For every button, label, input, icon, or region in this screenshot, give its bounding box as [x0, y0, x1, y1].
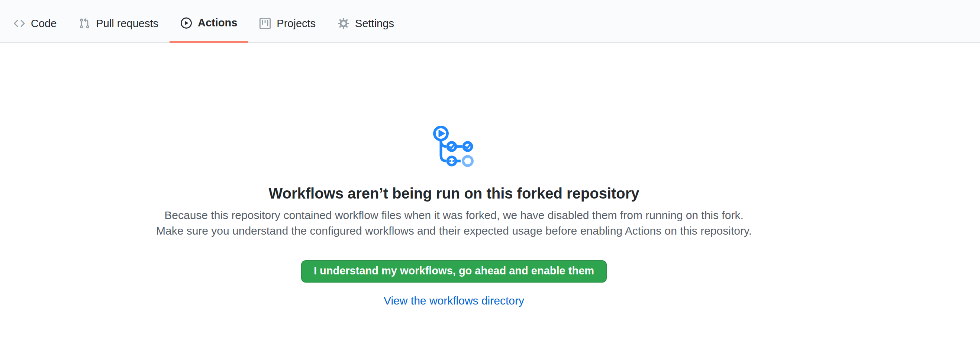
tab-pull-requests[interactable]: Pull requests	[68, 5, 170, 42]
tab-settings-label: Settings	[355, 18, 394, 29]
tab-actions[interactable]: Actions	[170, 5, 248, 43]
enable-workflows-button[interactable]: I understand my workflows, go ahead and …	[301, 260, 607, 283]
repo-nav: Code Pull requests Actions Projects	[0, 0, 980, 43]
actions-workflow-icon	[433, 125, 475, 167]
code-icon	[14, 18, 25, 29]
tab-code-label: Code	[31, 18, 57, 29]
tab-actions-label: Actions	[198, 17, 237, 28]
blankslate-title: Workflows aren’t being run on this forke…	[269, 184, 639, 203]
tab-pull-requests-label: Pull requests	[96, 18, 158, 29]
actions-play-icon	[181, 17, 192, 29]
tab-projects-label: Projects	[277, 18, 316, 29]
pull-request-icon	[79, 18, 90, 29]
settings-gear-icon	[338, 18, 349, 29]
tab-settings[interactable]: Settings	[327, 5, 405, 42]
view-workflows-directory-link[interactable]: View the workflows directory	[384, 294, 524, 307]
blankslate-description: Because this repository contained workfl…	[153, 208, 755, 239]
main-content: Workflows aren’t being run on this forke…	[0, 43, 944, 307]
tab-projects[interactable]: Projects	[248, 5, 327, 42]
tab-code[interactable]: Code	[3, 5, 68, 42]
projects-icon	[259, 18, 270, 29]
